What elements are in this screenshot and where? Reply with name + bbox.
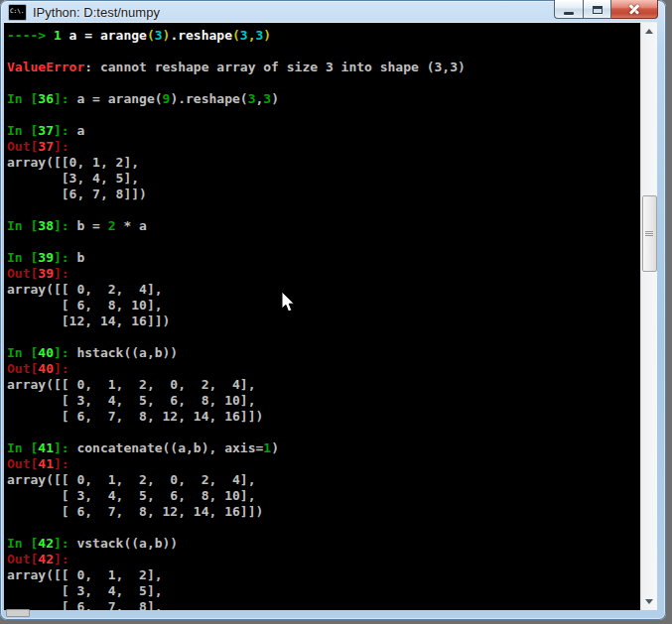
horizontal-scrollbar-stub xyxy=(6,609,30,617)
console-line: [ 6, 8, 10], xyxy=(7,298,640,313)
console-line: In [42]: vstack((a,b)) xyxy=(7,536,640,552)
scrollbar-thumb[interactable] xyxy=(642,195,657,272)
console-line: [ 6, 7, 8, 12, 14, 16]]) xyxy=(7,504,640,520)
minimize-button[interactable] xyxy=(554,0,583,19)
console-line xyxy=(7,234,640,250)
console-line: array([[ 0, 2, 4], xyxy=(7,282,640,298)
console-line: array([[ 0, 1, 2, 0, 2, 4], xyxy=(7,472,640,488)
console-output[interactable]: ----> 1 a = arange(3).reshape(3,3) Value… xyxy=(4,23,640,610)
console-line: Out[41]: xyxy=(7,456,640,472)
console-line: array([[ 0, 1, 2], xyxy=(7,567,640,583)
console-line: [12, 14, 16]]) xyxy=(7,313,640,329)
scroll-down-button[interactable] xyxy=(641,593,657,610)
console-line: In [36]: a = arange(9).reshape(3,3) xyxy=(7,91,640,107)
console-line: [ 3, 4, 5, 6, 8, 10], xyxy=(7,393,640,409)
cmd-icon-text: C:\. xyxy=(9,5,24,14)
console-line: [ 3, 4, 5], xyxy=(7,583,640,599)
console-line xyxy=(7,202,640,218)
console-window: C:\. IPython: D:test/numpy ----> 1 a = a… xyxy=(0,0,666,620)
minimize-icon xyxy=(564,12,574,15)
maximize-button[interactable] xyxy=(583,0,611,19)
arrow-up-icon xyxy=(645,25,653,34)
console-line: Out[42]: xyxy=(7,552,640,567)
console-line: Out[39]: xyxy=(7,266,640,282)
console-line: [ 6, 7, 8, 12, 14, 16]]) xyxy=(7,409,640,425)
console-line xyxy=(7,329,640,345)
console-line: [ 3, 4, 5, 6, 8, 10], xyxy=(7,488,640,504)
console-line xyxy=(7,44,640,60)
console-line xyxy=(7,425,640,440)
scroll-up-button[interactable] xyxy=(641,23,657,40)
console-line: ValueError: cannot reshape array of size… xyxy=(7,60,640,75)
console-line xyxy=(7,107,640,123)
maximize-icon xyxy=(593,6,603,14)
window-title: IPython: D:test/numpy xyxy=(33,5,160,20)
console-line: Out[40]: xyxy=(7,361,640,377)
console-line: In [40]: hstack((a,b)) xyxy=(7,345,640,361)
cmd-app-icon: C:\. xyxy=(8,4,27,21)
arrow-down-icon xyxy=(645,599,653,608)
console-area: ----> 1 a = arange(3).reshape(3,3) Value… xyxy=(4,23,657,610)
console-line: [3, 4, 5], xyxy=(7,171,640,187)
console-line: In [38]: b = 2 * a xyxy=(7,218,640,234)
console-line: ----> 1 a = arange(3).reshape(3,3) xyxy=(7,28,640,44)
console-line: array([[ 0, 1, 2, 0, 2, 4], xyxy=(7,377,640,393)
console-line xyxy=(7,75,640,91)
desktop-background: C:\. IPython: D:test/numpy ----> 1 a = a… xyxy=(0,0,672,624)
titlebar[interactable]: C:\. IPython: D:test/numpy xyxy=(0,0,666,23)
thumb-grip-icon xyxy=(645,231,653,236)
close-button[interactable] xyxy=(611,0,658,19)
close-icon xyxy=(628,3,640,15)
console-line: In [37]: a xyxy=(7,123,640,139)
console-line: Out[37]: xyxy=(7,139,640,155)
vertical-scrollbar[interactable] xyxy=(640,23,657,610)
window-controls xyxy=(554,0,658,19)
console-line xyxy=(7,520,640,536)
console-line: In [41]: concatenate((a,b), axis=1) xyxy=(7,440,640,456)
console-line: In [39]: b xyxy=(7,250,640,266)
console-line: [ 6, 7, 8], xyxy=(7,599,640,610)
console-line: [6, 7, 8]]) xyxy=(7,187,640,202)
console-line: array([[0, 1, 2], xyxy=(7,155,640,171)
